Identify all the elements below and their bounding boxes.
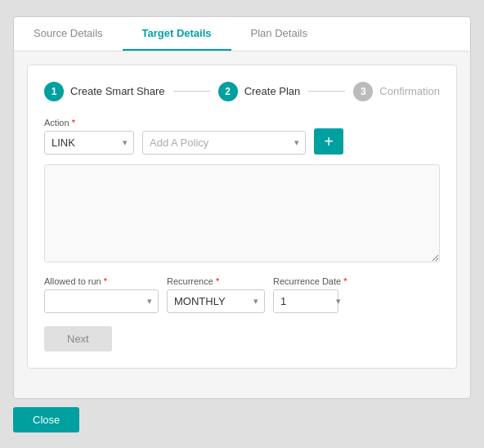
recurrence-date-required: * — [343, 276, 347, 286]
add-policy-button[interactable]: + — [314, 128, 343, 155]
step-3-label: Confirmation — [379, 85, 440, 97]
recurrence-date-select-wrapper: 1 2 3 — [273, 289, 347, 313]
policy-select[interactable]: Add A Policy Policy 1 — [142, 131, 306, 155]
dialog-body: 1 Create Smart Share 2 Create Plan 3 Con… — [27, 65, 457, 369]
step-3-circle: 3 — [353, 82, 373, 101]
step-line-1 — [173, 91, 210, 92]
recurrence-select-wrapper: MONTHLY DAILY WEEKLY — [167, 289, 265, 313]
policy-group: Add A Policy Policy 1 — [142, 118, 306, 155]
action-select[interactable]: LINK COPY MOVE — [44, 131, 134, 155]
step-1-circle: 1 — [44, 82, 64, 101]
next-button[interactable]: Next — [44, 326, 112, 352]
recurrence-date-group: Recurrence Date * 1 2 3 — [273, 276, 347, 313]
action-group: Action * LINK COPY MOVE — [44, 118, 134, 155]
close-button[interactable]: Close — [13, 407, 79, 432]
step-1: 1 Create Smart Share — [44, 82, 165, 101]
recurrence-date-label: Recurrence Date * — [273, 276, 347, 286]
action-policy-row: Action * LINK COPY MOVE Add A Policy — [44, 118, 440, 155]
step-3: 3 Confirmation — [353, 82, 440, 101]
recurrence-select[interactable]: MONTHLY DAILY WEEKLY — [167, 289, 265, 313]
action-label: Action * — [44, 118, 134, 128]
recurrence-group: Recurrence * MONTHLY DAILY WEEKLY — [167, 276, 265, 313]
action-select-wrapper: LINK COPY MOVE — [44, 131, 134, 155]
stepper: 1 Create Smart Share 2 Create Plan 3 Con… — [44, 82, 440, 101]
tab-target-details[interactable]: Target Details — [123, 17, 231, 51]
bottom-row: Allowed to run * Recurrence * MONTHLY — [44, 276, 440, 313]
policy-textarea[interactable] — [44, 164, 440, 262]
policy-select-wrapper: Add A Policy Policy 1 — [142, 131, 306, 155]
recurrence-required: * — [216, 276, 219, 286]
step-line-2 — [308, 91, 345, 92]
recurrence-label: Recurrence * — [167, 276, 265, 286]
dialog-container: Source Details Target Details Plan Detai… — [13, 16, 471, 399]
allowed-required: * — [104, 276, 107, 286]
step-2-label: Create Plan — [244, 85, 301, 97]
allowed-select[interactable] — [44, 289, 159, 313]
step-2: 2 Create Plan — [218, 82, 301, 101]
tab-bar: Source Details Target Details Plan Detai… — [14, 17, 470, 52]
allowed-group: Allowed to run * — [44, 276, 159, 313]
tab-source-details[interactable]: Source Details — [14, 17, 123, 51]
allowed-label: Allowed to run * — [44, 276, 159, 286]
tab-plan-details[interactable]: Plan Details — [231, 17, 327, 51]
allowed-select-wrapper — [44, 289, 159, 313]
step-1-label: Create Smart Share — [70, 85, 165, 97]
step-2-circle: 2 — [218, 82, 238, 101]
recurrence-date-select[interactable]: 1 2 3 — [273, 289, 338, 313]
policy-label — [142, 118, 306, 128]
action-required: * — [72, 118, 75, 128]
